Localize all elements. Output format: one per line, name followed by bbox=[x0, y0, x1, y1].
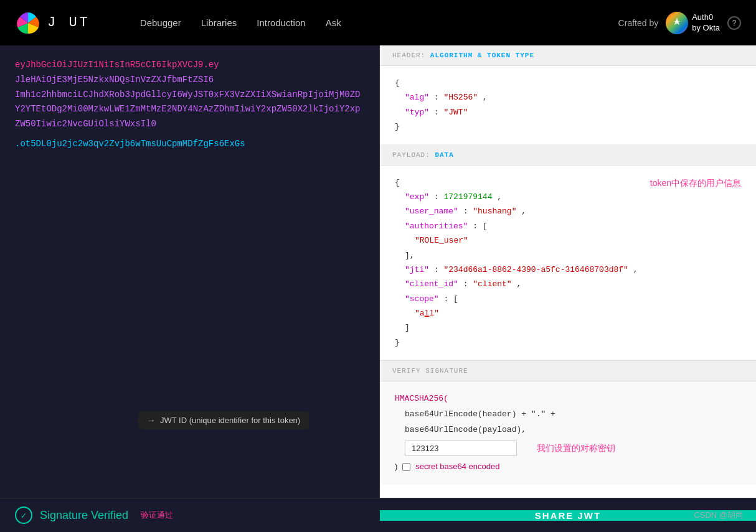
payload-username-key: "user_name" bbox=[405, 207, 458, 216]
auth0-icon bbox=[666, 12, 688, 34]
nav-introduction[interactable]: Introduction bbox=[257, 17, 305, 28]
nav-debugger[interactable]: Debugger bbox=[140, 17, 181, 28]
header-section-header: HEADER: ALGORITHM & TOKEN TYPE bbox=[380, 45, 756, 66]
payload-jti-key: "jti" bbox=[405, 265, 429, 274]
nav-libraries[interactable]: Libraries bbox=[201, 17, 237, 28]
base64-checkbox[interactable] bbox=[402, 463, 410, 471]
csdn-watermark: CSDN @胡尚 bbox=[694, 510, 744, 521]
close-paren: ) bbox=[395, 459, 397, 475]
token-part1: eyJhbGciOiJIUzI1NiIsInR5cCI6IkpXVCJ9 bbox=[15, 60, 203, 70]
logo[interactable]: J UT bbox=[15, 10, 90, 36]
payload-authorities-value: "ROLE_user" bbox=[415, 236, 468, 245]
header-label: HEADER: bbox=[392, 52, 425, 59]
jwt-token-display: eyJhbGciOiJIUzI1NiIsInR5cCI6IkpXVCJ9.ey … bbox=[15, 58, 364, 132]
tooltip-container: → JWT ID (unique identifier for this tok… bbox=[138, 411, 309, 429]
token-dot1: . bbox=[203, 60, 208, 70]
tooltip-arrow-icon: → bbox=[147, 416, 155, 425]
auth0-logo: Auth0by Okta bbox=[666, 12, 720, 34]
nav-ask[interactable]: Ask bbox=[326, 17, 341, 28]
payload-scope-value: "all" bbox=[415, 309, 439, 318]
header-alg-key: "alg" bbox=[405, 93, 429, 102]
verify-label: VERIFY SIGNATURE bbox=[392, 367, 468, 375]
jwt-id-tooltip: → JWT ID (unique identifier for this tok… bbox=[138, 411, 309, 429]
tooltip-text: JWT ID (unique identifier for this token… bbox=[160, 416, 300, 425]
header-typ-value: "JWT" bbox=[443, 108, 468, 117]
verify-func: HMACSHA256( bbox=[395, 394, 448, 403]
help-button[interactable]: ? bbox=[727, 16, 741, 30]
check-icon: ✓ bbox=[15, 506, 32, 524]
token-part3: .ot5DL0ju2jc2w3qv2Zvjb6wTmsUuCpmMDfZgFs6… bbox=[15, 139, 245, 149]
token-part3-container: .ot5DL0ju2jc2w3qv2Zvjb6wTmsUuCpmMDfZgFs6… bbox=[15, 137, 364, 152]
payload-label: PAYLOAD: bbox=[392, 151, 430, 159]
header-json-body: { "alg" : "HS256" , "typ" : "JWT" } bbox=[380, 66, 756, 145]
symmetric-annotation: 我们设置的对称密钥 bbox=[537, 440, 615, 457]
crafted-by-label: Crafted by bbox=[618, 18, 659, 28]
main-content: eyJhbGciOiJIUzI1NiIsInR5cCI6IkpXVCJ9.ey … bbox=[0, 45, 756, 498]
payload-json-body: token中保存的用户信息 { "exp" : 1721979144 , "us… bbox=[380, 166, 756, 361]
nav-links: Debugger Libraries Introduction Ask bbox=[140, 17, 341, 28]
payload-exp-value: 1721979144 bbox=[443, 192, 492, 202]
right-panel: HEADER: ALGORITHM & TOKEN TYPE { "alg" :… bbox=[380, 45, 756, 498]
verify-body: HMACSHA256( base64UrlEncode(header) + ".… bbox=[380, 381, 756, 484]
payload-tag: DATA bbox=[435, 151, 453, 159]
secret-input[interactable] bbox=[405, 441, 517, 456]
signature-verified-text: Signature Verified bbox=[40, 509, 128, 522]
verify-line1: base64UrlEncode(header) + "." + bbox=[405, 409, 555, 419]
token-part2-line1: JleHAiOjE3MjE5NzkxNDQsInVzZXJfbmFtZSI6 bbox=[15, 75, 214, 85]
encoded-label: secret base64 encoded bbox=[415, 459, 499, 475]
header-alg-value: "HS256" bbox=[443, 93, 478, 102]
bottom-bar: ✓ Signature Verified 验证通过 SHARE JWT CSDN… bbox=[0, 498, 756, 532]
verify-section-header: VERIFY SIGNATURE bbox=[380, 361, 756, 381]
nav-right: Crafted by Auth0by Okta ? bbox=[618, 12, 741, 34]
share-jwt-button[interactable]: SHARE JWT bbox=[535, 510, 601, 521]
verify-section: VERIFY SIGNATURE HMACSHA256( base64UrlEn… bbox=[380, 360, 756, 484]
payload-clientid-key: "client_id" bbox=[405, 279, 458, 289]
sig-annotation: 验证通过 bbox=[141, 510, 173, 521]
payload-scope-key: "scope" bbox=[405, 294, 439, 304]
jwt-logo-icon bbox=[15, 10, 41, 36]
navbar: J UT Debugger Libraries Introduction Ask… bbox=[0, 0, 756, 45]
token-part1-end: ey bbox=[209, 60, 219, 70]
payload-username-value: "hushang" bbox=[473, 207, 516, 216]
left-panel: eyJhbGciOiJIUzI1NiIsInR5cCI6IkpXVCJ9.ey … bbox=[0, 45, 380, 498]
payload-clientid-value: "client" bbox=[473, 279, 511, 289]
logo-text: J UT bbox=[47, 15, 90, 30]
token-part2-line2: Imh1c2hhbmciLCJhdXRob3JpdGllcyI6WyJST0xF… bbox=[15, 90, 361, 129]
payload-authorities-key: "authorities" bbox=[405, 222, 468, 231]
payload-exp-key: "exp" bbox=[405, 192, 429, 202]
payload-annotation: token中保存的用户信息 bbox=[650, 175, 741, 191]
header-typ-key: "typ" bbox=[405, 108, 429, 117]
share-wrapper: SHARE JWT CSDN @胡尚 bbox=[380, 510, 756, 521]
payload-jti-value: "234d66a1-8862-4390-a5fc-316468703d8f" bbox=[443, 265, 628, 274]
header-tag: ALGORITHM & TOKEN TYPE bbox=[430, 52, 534, 59]
auth0-label: Auth0by Okta bbox=[692, 12, 720, 34]
payload-section-header: PAYLOAD: DATA bbox=[380, 145, 756, 166]
verify-line2: base64UrlEncode(payload), bbox=[405, 425, 526, 434]
base64-encoded-row: ) secret base64 encoded bbox=[395, 459, 741, 475]
signature-section: ✓ Signature Verified 验证通过 bbox=[0, 506, 380, 524]
